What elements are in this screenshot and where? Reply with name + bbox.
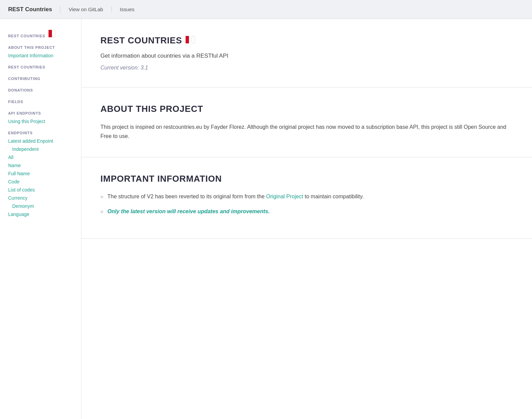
sidebar-link-using-project[interactable]: Using this Project (0, 117, 81, 125)
sidebar-link-full-name[interactable]: Full Name (0, 169, 81, 178)
sidebar-section-endpoints: ENDPOINTS (0, 125, 81, 137)
bullet-item-1: The structure of V2 has been reverted to… (100, 192, 513, 201)
section-important-info: IMPORTANT INFORMATION The structure of V… (81, 157, 532, 238)
about-title: ABOUT THIS PROJECT (100, 104, 513, 114)
sidebar: REST COUNTRIES ABOUT THIS PROJECT Import… (0, 19, 81, 419)
sidebar-section-contributing: CONTRIBUTING (0, 71, 81, 83)
sidebar-section-about: ABOUT THIS PROJECT (0, 40, 81, 52)
layout: REST COUNTRIES ABOUT THIS PROJECT Import… (0, 19, 532, 419)
original-project-link[interactable]: Original Project (266, 194, 303, 199)
topnav: REST Countries View on GitLab Issues (0, 0, 532, 19)
hero-flag (186, 35, 195, 46)
sidebar-link-important-info[interactable]: Important Information (0, 52, 81, 60)
hero-version: Current version: 3.1 (100, 65, 513, 71)
sidebar-link-independent[interactable]: Independent (0, 145, 81, 153)
sidebar-link-currency[interactable]: Currency (0, 194, 81, 202)
bullet-item-2: Only the latest version will receive upd… (100, 207, 513, 216)
about-body: This project is inspired on restcountrie… (100, 122, 513, 141)
bullet-item-1-text: The structure of V2 has been reverted to… (107, 192, 364, 201)
important-info-title: IMPORTANT INFORMATION (100, 174, 513, 184)
sidebar-section-donations: DONATIONS (0, 83, 81, 94)
bullet-item-2-text: Only the latest version will receive upd… (107, 207, 269, 216)
sidebar-link-name[interactable]: Name (0, 161, 81, 169)
hero-title: REST COUNTRIES (100, 35, 513, 46)
sidebar-section-rest-countries: REST COUNTRIES (0, 60, 81, 71)
sidebar-link-all[interactable]: All (0, 153, 81, 161)
sidebar-section-api-endpoints: API ENDPOINTS (0, 106, 81, 117)
sidebar-section-fields: FIELDS (0, 94, 81, 106)
sidebar-flag-icon (49, 34, 55, 38)
important-info-list: The structure of V2 has been reverted to… (100, 192, 513, 216)
sidebar-link-list-of-codes[interactable]: List of codes (0, 186, 81, 194)
sidebar-link-latest-endpoint[interactable]: Latest added Enpoint (0, 137, 81, 145)
nav-brand: REST Countries (8, 6, 60, 13)
issues-link[interactable]: Issues (120, 6, 142, 12)
hero-subtitle: Get information about countries via a RE… (100, 53, 513, 59)
sidebar-section-rest-countries-top: REST COUNTRIES (0, 27, 81, 40)
main-content: REST COUNTRIES Get information about cou… (81, 19, 532, 419)
gitlab-link[interactable]: View on GitLab (69, 6, 111, 12)
sidebar-link-language[interactable]: Language (0, 210, 81, 218)
section-hero: REST COUNTRIES Get information about cou… (81, 19, 532, 87)
sidebar-link-demonym[interactable]: Demonym (0, 202, 81, 210)
sidebar-link-code[interactable]: Code (0, 178, 81, 186)
section-about: ABOUT THIS PROJECT This project is inspi… (81, 87, 532, 157)
